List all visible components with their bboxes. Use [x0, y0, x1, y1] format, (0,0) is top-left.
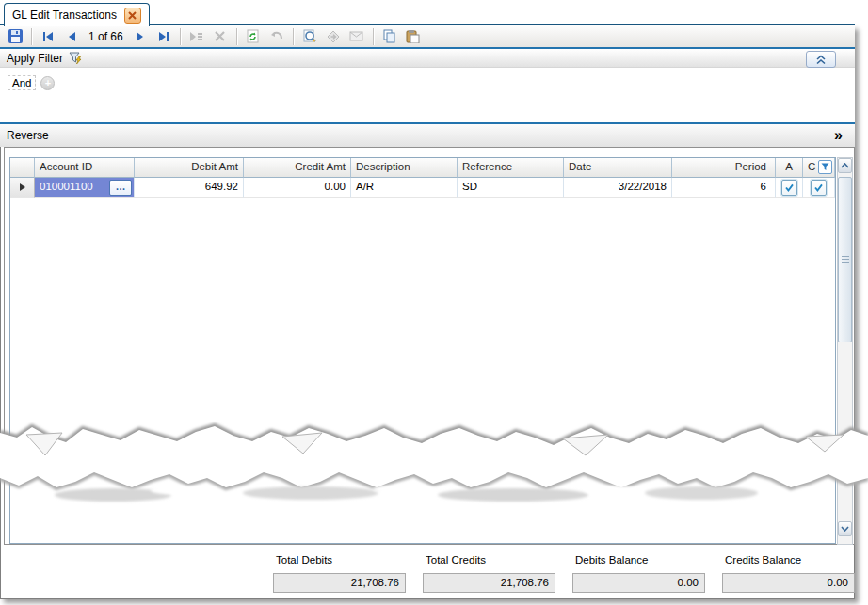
header-row-selector	[10, 158, 35, 178]
tab-close-button[interactable]	[124, 8, 141, 24]
header-credit-amt[interactable]: Credit Amt	[244, 158, 351, 178]
cell-period[interactable]: 6	[672, 178, 776, 198]
credits-balance-field: 0.00	[722, 573, 855, 593]
previous-record-button[interactable]	[61, 27, 82, 46]
row-selector-cell[interactable]	[10, 178, 35, 198]
cell-account-id[interactable]: 010001100…	[35, 178, 135, 198]
chevron-down-icon	[841, 526, 849, 532]
email-button[interactable]	[346, 27, 367, 46]
debits-balance-field: 0.00	[572, 573, 705, 593]
toolbar-separator	[236, 28, 237, 45]
toolbar: 1 of 66	[0, 25, 855, 49]
next-record-button[interactable]	[130, 27, 151, 46]
toolbar-separator	[31, 28, 32, 45]
thumb-grip	[842, 256, 849, 257]
previous-record-icon	[66, 31, 77, 42]
tab-gl-edit-transactions[interactable]: GL Edit Transactions	[4, 3, 150, 26]
collapse-filter-button[interactable]	[806, 51, 836, 68]
scrollbar-thumb[interactable]	[838, 177, 852, 342]
header-account-id[interactable]: Account ID	[35, 158, 135, 178]
refresh-icon	[246, 29, 260, 43]
vertical-scrollbar[interactable]	[837, 157, 853, 545]
filter-body: And +	[0, 68, 855, 122]
undo-button[interactable]	[266, 27, 287, 46]
transactions-grid: Account ID Debit Amt Credit Amt Descript…	[9, 157, 836, 544]
total-debits-label: Total Debits	[276, 554, 332, 565]
scroll-up-button[interactable]	[838, 158, 852, 173]
cell-credit-amt[interactable]: 0.00	[244, 178, 351, 198]
paste-button[interactable]	[403, 27, 424, 46]
apply-filter-title: Apply Filter	[7, 52, 63, 65]
grid-header-row: Account ID Debit Amt Credit Amt Descript…	[10, 158, 835, 178]
toolbar-separator	[373, 28, 374, 45]
header-date[interactable]: Date	[564, 158, 672, 178]
record-position: 1 of 66	[85, 30, 127, 43]
header-description[interactable]: Description	[351, 158, 458, 178]
first-record-button[interactable]	[38, 27, 58, 46]
header-a[interactable]: A	[776, 158, 803, 178]
tab-bar: GL Edit Transactions	[0, 0, 855, 25]
goto-button[interactable]	[323, 27, 344, 46]
last-record-button[interactable]	[153, 27, 174, 46]
cell-debit-amt[interactable]: 649.92	[135, 178, 244, 198]
apply-filter-bar[interactable]: Apply Filter	[0, 49, 855, 68]
goto-icon	[327, 30, 340, 43]
transactions-grid-panel: Account ID Debit Amt Credit Amt Descript…	[4, 147, 855, 545]
next-record-icon	[135, 31, 146, 42]
close-icon	[128, 11, 137, 20]
header-period[interactable]: Period	[672, 158, 776, 178]
undo-icon	[269, 30, 283, 42]
cell-reference[interactable]: SD	[458, 178, 564, 198]
scroll-down-button[interactable]	[838, 521, 852, 536]
delete-record-button[interactable]	[210, 27, 231, 46]
save-icon	[8, 28, 24, 44]
delete-icon	[214, 30, 226, 42]
print-preview-button[interactable]	[299, 27, 320, 46]
table-row: 010001100… 649.92 0.00 A/R SD 3/22/2018 …	[10, 178, 835, 198]
first-record-icon	[41, 31, 55, 42]
cell-c	[803, 178, 835, 198]
tab-title: GL Edit Transactions	[12, 8, 117, 22]
double-chevron-up-icon	[815, 55, 827, 65]
append-record-icon	[189, 31, 203, 42]
column-filter-icon[interactable]	[818, 160, 832, 174]
reverse-bar[interactable]: Reverse »	[0, 122, 855, 147]
filter-operator-label[interactable]: And	[8, 75, 36, 90]
header-c-label: C	[808, 161, 815, 172]
total-credits-label: Total Credits	[426, 554, 486, 565]
cell-description[interactable]: A/R	[351, 178, 458, 198]
total-debits-field: 21,708.76	[273, 573, 406, 593]
header-reference[interactable]: Reference	[458, 158, 564, 178]
credits-balance-label: Credits Balance	[725, 554, 801, 565]
add-condition-icon[interactable]: +	[40, 76, 55, 90]
filter-operator: And +	[8, 75, 55, 90]
check-icon	[813, 183, 824, 193]
debits-balance-label: Debits Balance	[575, 554, 648, 565]
toolbar-separator	[180, 28, 181, 45]
current-row-marker	[20, 183, 25, 191]
chevron-up-icon	[841, 163, 849, 168]
a-checkbox[interactable]	[781, 180, 797, 196]
refresh-button[interactable]	[243, 27, 264, 46]
paste-icon	[406, 29, 420, 43]
cell-date[interactable]: 3/22/2018	[564, 178, 672, 198]
copy-icon	[382, 29, 396, 43]
append-record-button[interactable]	[186, 27, 207, 46]
save-button[interactable]	[5, 27, 25, 46]
print-preview-icon	[302, 29, 316, 43]
email-icon	[349, 31, 363, 41]
app-window: GL Edit Transactions	[0, 0, 868, 605]
header-c[interactable]: C	[803, 158, 835, 178]
toolbar-separator	[293, 28, 294, 45]
expand-panel-icon[interactable]: »	[834, 127, 848, 144]
c-checkbox[interactable]	[811, 180, 827, 196]
reverse-label: Reverse	[7, 129, 49, 142]
header-debit-amt[interactable]: Debit Amt	[135, 158, 244, 178]
total-credits-field: 21,708.76	[423, 573, 555, 593]
grid-rows-top: 010001100… 649.92 0.00 A/R SD 3/22/2018 …	[10, 178, 835, 198]
filter-lightning-icon	[69, 52, 83, 65]
check-icon	[784, 183, 795, 193]
copy-button[interactable]	[379, 27, 400, 46]
account-lookup-button[interactable]: …	[109, 180, 132, 196]
cell-a	[776, 178, 803, 198]
